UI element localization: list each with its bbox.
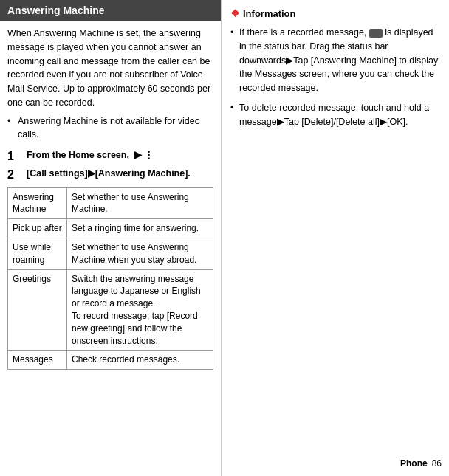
step-1-number: 1 — [7, 149, 21, 165]
info-bullet-item: •If there is a recorded message, is disp… — [230, 26, 440, 95]
step-1-text: From the Home screen, ▶ ⋮ — [27, 149, 154, 162]
info-title-text: Information — [243, 7, 296, 21]
bullet-text: Answering Machine is not available for v… — [18, 114, 213, 142]
info-list: •If there is a recorded message, is disp… — [230, 26, 440, 128]
step-2-text: [Call settings]▶[Answering Machine]. — [27, 168, 191, 181]
table-cell-name: Answering Machine — [8, 187, 67, 219]
table-row: Pick up afterSet a ringing time for answ… — [8, 219, 213, 238]
left-content: When Answering Machine is set, the answe… — [0, 21, 221, 376]
intro-text: When Answering Machine is set, the answe… — [7, 27, 213, 110]
table-row: MessagesCheck recorded messages. — [8, 351, 213, 370]
cassette-icon — [369, 29, 383, 38]
info-bullet-text: If there is a recorded message, is displ… — [239, 26, 440, 95]
info-bullet-item: •To delete recorded message, touch and h… — [230, 101, 440, 129]
steps-section: 1 From the Home screen, ▶ ⋮ 2 [Call sett… — [7, 149, 213, 183]
bullet-item: • Answering Machine is not available for… — [7, 114, 213, 142]
footer-phone-label: Phone — [400, 457, 428, 470]
table-cell-desc: Set whether to use Answering Machine whe… — [67, 238, 213, 269]
left-column: Answering Machine When Answering Machine… — [0, 0, 222, 476]
table-row: GreetingsSwitch the answering message la… — [8, 269, 213, 351]
table-cell-desc: Set whether to use Answering Machine. — [67, 187, 213, 219]
table-row: Use while roamingSet whether to use Answ… — [8, 238, 213, 269]
step-1: 1 From the Home screen, ▶ ⋮ — [7, 149, 213, 165]
table-cell-name: Use while roaming — [8, 238, 67, 269]
info-diamond-icon: ❖ — [230, 6, 240, 21]
page-container: Answering Machine When Answering Machine… — [0, 0, 449, 476]
settings-table: Answering MachineSet whether to use Answ… — [7, 187, 213, 370]
section-title: Answering Machine — [7, 4, 104, 16]
step-2-number: 2 — [7, 168, 21, 183]
table-cell-desc: Set a ringing time for answering. — [67, 219, 213, 238]
li-bullet-symbol: • — [230, 101, 236, 115]
li-bullet-symbol: • — [230, 26, 236, 40]
info-bullet-text: To delete recorded message, touch and ho… — [239, 101, 440, 129]
table-cell-name: Greetings — [8, 269, 67, 351]
table-cell-desc: Switch the answering message language to… — [67, 269, 213, 351]
table-cell-name: Pick up after — [8, 219, 67, 238]
info-title: ❖ Information — [230, 6, 440, 21]
section-header: Answering Machine — [0, 0, 221, 21]
table-row: Answering MachineSet whether to use Answ… — [8, 187, 213, 219]
step-2: 2 [Call settings]▶[Answering Machine]. — [7, 168, 213, 183]
right-column: ❖ Information •If there is a recorded me… — [222, 0, 449, 476]
page-footer: Phone 86 — [400, 457, 442, 470]
table-cell-desc: Check recorded messages. — [67, 351, 213, 370]
footer-page-number: 86 — [432, 457, 442, 470]
bullet-symbol: • — [7, 114, 15, 142]
table-cell-name: Messages — [8, 351, 67, 370]
